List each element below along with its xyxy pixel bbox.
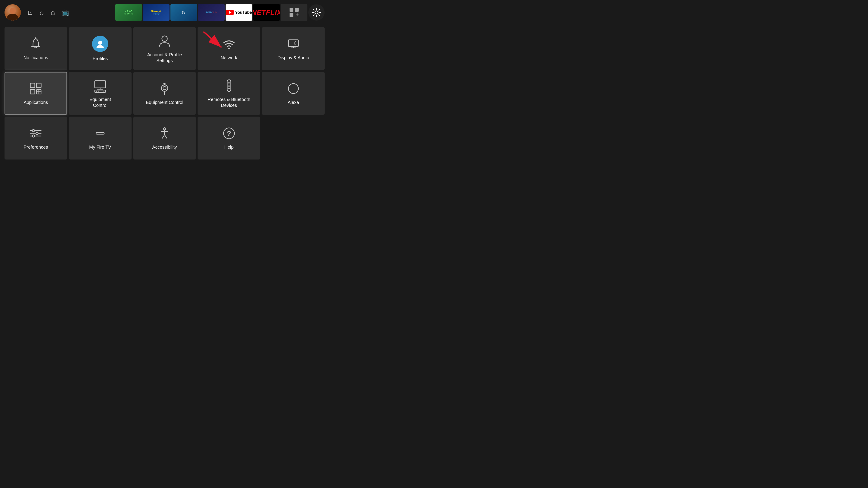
- tile-applications[interactable]: Applications: [4, 72, 67, 115]
- alexa-label: Alexa: [288, 99, 299, 105]
- person-icon: [157, 34, 172, 48]
- tile-myfiretv[interactable]: My Fire TV: [69, 117, 131, 160]
- svg-point-43: [288, 84, 298, 94]
- svg-point-32: [161, 85, 168, 91]
- app-netflix[interactable]: NETFLIX: [253, 4, 280, 21]
- tile-network[interactable]: Network: [197, 27, 260, 70]
- profiles-label: Profiles: [93, 56, 108, 61]
- myfiretv-icon: [93, 126, 107, 140]
- remotes-label: Remotes & BluetoothDevices: [208, 96, 250, 108]
- app-kayo[interactable]: KAYO SPORTS: [115, 4, 142, 21]
- home-icon[interactable]: ⌂: [51, 8, 55, 17]
- svg-rect-18: [37, 83, 41, 88]
- app-disney[interactable]: Disney+ hotstar: [143, 4, 169, 21]
- tile-profiles[interactable]: Profiles: [69, 27, 131, 70]
- settings-gear-button[interactable]: [308, 4, 324, 21]
- top-navigation: ⊡ ⌕ ⌂ 📺 KAYO SPORTS Disney+ hotstar tv S…: [0, 0, 329, 25]
- bookmark-icon[interactable]: ⊡: [28, 9, 33, 16]
- svg-point-49: [32, 135, 35, 137]
- svg-rect-4: [289, 13, 293, 17]
- tile-display[interactable]: Display & Audio: [262, 27, 324, 70]
- wifi-icon: [222, 37, 236, 51]
- app-shortcuts: KAYO SPORTS Disney+ hotstar tv SONY LIV: [115, 4, 324, 21]
- app-youtube[interactable]: YouTube: [225, 4, 252, 21]
- svg-rect-19: [30, 90, 35, 94]
- preferences-label: Preferences: [24, 144, 48, 150]
- app-more[interactable]: [281, 4, 307, 21]
- profiles-icon: [92, 36, 108, 52]
- svg-line-54: [162, 135, 164, 138]
- bell-icon: [29, 37, 43, 51]
- svg-line-55: [164, 135, 167, 138]
- alexa-icon: [286, 81, 301, 96]
- search-icon[interactable]: ⌕: [39, 8, 44, 17]
- svg-text:?: ?: [227, 129, 231, 138]
- user-avatar[interactable]: [4, 4, 21, 21]
- applications-label: Applications: [24, 99, 48, 105]
- tile-equipment[interactable]: EquipmentControl: [69, 72, 131, 115]
- tile-notifications[interactable]: Notifications: [4, 27, 67, 70]
- tile-alexa[interactable]: Alexa: [262, 72, 324, 115]
- svg-point-33: [163, 87, 166, 90]
- tile-livetv[interactable]: Equipment Control: [133, 72, 196, 115]
- svg-rect-23: [95, 80, 105, 88]
- app-britbox[interactable]: tv: [170, 4, 197, 21]
- tile-account[interactable]: Account & ProfileSettings: [133, 27, 196, 70]
- help-icon: ?: [222, 126, 236, 140]
- svg-rect-6: [297, 13, 298, 16]
- nav-left-section: ⊡ ⌕ ⌂ 📺: [4, 4, 70, 21]
- monitor-icon: [93, 78, 107, 93]
- tile-help[interactable]: ? Help: [197, 117, 260, 160]
- svg-rect-38: [227, 80, 231, 92]
- tile-remotes[interactable]: Remotes & BluetoothDevices: [197, 72, 260, 115]
- tv-icon[interactable]: 📺: [62, 9, 70, 16]
- svg-rect-3: [295, 8, 299, 12]
- tile-accessibility[interactable]: Accessibility: [133, 117, 196, 160]
- settings-grid: Notifications Profiles Account & Profile…: [0, 25, 329, 162]
- sliders-icon: [29, 126, 43, 140]
- svg-rect-13: [288, 40, 298, 46]
- svg-rect-2: [289, 8, 293, 12]
- app-sonyliv[interactable]: SONY LIV: [198, 4, 225, 21]
- tile-preferences[interactable]: Preferences: [4, 117, 67, 160]
- svg-rect-17: [30, 83, 35, 88]
- svg-point-10: [98, 41, 102, 45]
- svg-point-7: [315, 11, 318, 14]
- youtube-label: YouTube: [235, 10, 252, 15]
- livetv-label: Equipment Control: [146, 99, 183, 105]
- svg-point-48: [36, 132, 38, 134]
- netflix-label: NETFLIX: [253, 8, 280, 17]
- remote-icon: [222, 78, 236, 93]
- display-icon: [286, 37, 301, 51]
- svg-point-11: [162, 36, 167, 41]
- svg-point-12: [228, 48, 230, 49]
- myfiretv-label: My Fire TV: [89, 144, 111, 150]
- svg-point-39: [228, 82, 230, 84]
- network-label: Network: [221, 55, 237, 61]
- antenna-icon: [157, 81, 172, 96]
- svg-rect-50: [96, 132, 104, 134]
- apps-icon: [29, 81, 43, 96]
- help-label: Help: [224, 144, 234, 150]
- display-label: Display & Audio: [278, 55, 309, 61]
- notifications-label: Notifications: [24, 55, 48, 61]
- account-label: Account & ProfileSettings: [147, 52, 182, 64]
- accessibility-label: Accessibility: [152, 144, 177, 150]
- svg-point-47: [32, 129, 35, 132]
- equipment-label: EquipmentControl: [89, 96, 111, 108]
- accessibility-icon: [157, 126, 172, 140]
